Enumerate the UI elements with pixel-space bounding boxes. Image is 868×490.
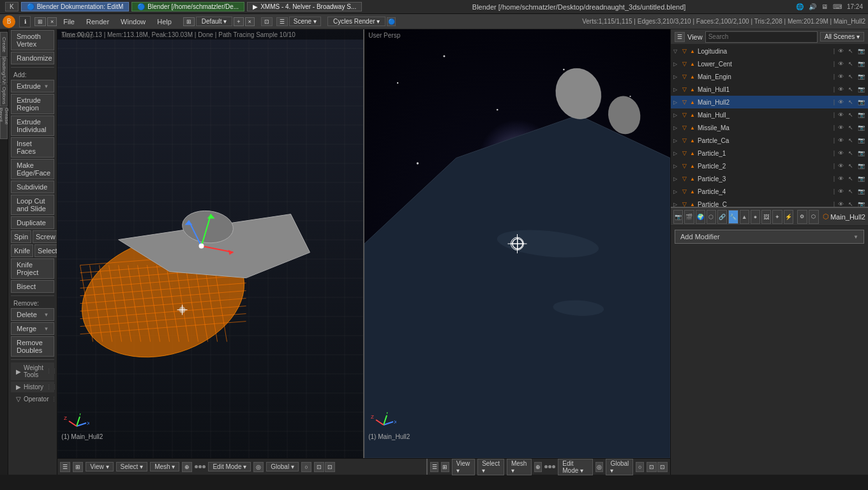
- vis-render-9[interactable]: 📷: [857, 161, 865, 170]
- view-dropdown-right[interactable]: View ▾: [452, 459, 475, 475]
- screen-layout-button[interactable]: ⊞: [183, 17, 195, 26]
- mesh-dropdown[interactable]: Mesh ▾: [150, 462, 179, 471]
- vis-eye-3[interactable]: 👁: [836, 85, 845, 94]
- prop-tab-physics[interactable]: ⚡: [784, 210, 793, 224]
- select-dropdown[interactable]: Select ▾: [116, 462, 148, 471]
- snap-type-icon-right[interactable]: ⊡: [657, 462, 668, 472]
- viewport-left-grid-icon[interactable]: ⊞: [73, 462, 83, 472]
- delete-dropdown[interactable]: Delete ▼: [11, 308, 54, 321]
- scene-icon[interactable]: ☰: [276, 17, 288, 26]
- snap-icon[interactable]: ⊡: [314, 462, 324, 472]
- engine-dropdown[interactable]: Cycles Render ▾: [327, 17, 385, 26]
- vis-cursor-9[interactable]: ↖: [846, 161, 855, 170]
- transform-manipulator-icon-right[interactable]: ⊕: [534, 462, 542, 472]
- pivot-icon[interactable]: ◎: [253, 462, 264, 472]
- snap-icon-right[interactable]: ⊡: [647, 462, 657, 472]
- extrude-dropdown[interactable]: Extrude ▼: [11, 80, 54, 93]
- outliner-row-main_hull1[interactable]: ▷ ▽ ▲ Main_Hull1 | 👁 ↖ 📷: [671, 83, 868, 96]
- prop-tab-constraints[interactable]: 🔗: [717, 210, 727, 224]
- prop-tab-material[interactable]: ●: [751, 210, 760, 224]
- outliner-row-main_hull_[interactable]: ▷ ▽ ▲ Main_Hull_ | 👁 ↖ 📷: [671, 108, 868, 121]
- vis-eye-7[interactable]: 👁: [836, 136, 845, 145]
- duplicate-btn[interactable]: Duplicate: [11, 216, 54, 229]
- vis-cursor-4[interactable]: ↖: [846, 98, 855, 107]
- vis-render-4[interactable]: 📷: [857, 98, 865, 107]
- menu-file[interactable]: File: [58, 17, 80, 27]
- viewport-left[interactable]: Time:00:07.13 | Mem:113.18M, Peak:130.03…: [57, 29, 364, 458]
- workspace-btn-1[interactable]: ⊞: [34, 17, 46, 26]
- vis-render-6[interactable]: 📷: [857, 123, 865, 132]
- vis-render-1[interactable]: 📷: [857, 59, 865, 68]
- history-header[interactable]: ▶ History ⋮⋮: [11, 382, 54, 392]
- prop-tab-object[interactable]: ⬡: [707, 210, 716, 224]
- vis-eye-2[interactable]: 👁: [836, 72, 845, 81]
- knife-project-btn[interactable]: Knife Project: [11, 258, 54, 279]
- outliner-row-particle_c[interactable]: ▷ ▽ ▲ Particle_C | 👁 ↖ 📷: [671, 198, 868, 207]
- loop-cut-slide-btn[interactable]: Loop Cut and Slide: [11, 195, 54, 215]
- vis-cursor-1[interactable]: ↖: [846, 59, 855, 68]
- vis-eye-8[interactable]: 👁: [836, 149, 845, 158]
- menu-help[interactable]: Help: [152, 17, 177, 27]
- layout-dropdown[interactable]: Default ▾: [196, 17, 232, 26]
- outliner-row-logitudina[interactable]: ▽ ▽ ▲ Logitudina | 👁 ↖ 📷: [671, 45, 868, 57]
- vis-cursor-5[interactable]: ↖: [846, 110, 855, 119]
- prop-tab-texture[interactable]: 🖼: [761, 210, 771, 224]
- inset-faces-btn[interactable]: Inset Faces: [11, 137, 54, 158]
- subdivide-btn[interactable]: Subdivide: [11, 181, 54, 193]
- proportional-icon-right[interactable]: ○: [636, 462, 644, 472]
- vis-cursor-12[interactable]: ↖: [846, 200, 855, 207]
- add-modifier-button[interactable]: Add Modifier ▼: [675, 230, 864, 244]
- scene-dropdown[interactable]: Scene ▾: [289, 17, 321, 26]
- select-btn[interactable]: Select: [34, 244, 57, 257]
- tab-grease-pencil[interactable]: Grease Pencil: [0, 107, 8, 139]
- view-dropdown[interactable]: View ▾: [86, 462, 113, 471]
- vis-eye-5[interactable]: 👁: [836, 110, 845, 119]
- vis-render-7[interactable]: 📷: [857, 136, 865, 145]
- weight-tools-header[interactable]: ▶ Weight Tools ⋮⋮: [11, 362, 54, 380]
- prop-tab-data[interactable]: ▲: [740, 210, 749, 224]
- spin-btn[interactable]: Spin: [11, 230, 31, 243]
- taskbar-blender-main[interactable]: 🔵 Blender [/home/schmatzler/De...: [131, 2, 244, 11]
- edit-mode-dropdown[interactable]: Edit Mode ▾: [208, 462, 251, 471]
- knife-btn[interactable]: Knife: [11, 244, 33, 257]
- vis-eye-10[interactable]: 👁: [836, 174, 845, 183]
- vis-cursor-6[interactable]: ↖: [846, 123, 855, 132]
- outliner-row-partcle_ca[interactable]: ▷ ▽ ▲ Partcle_Ca | 👁 ↖ 📷: [671, 134, 868, 147]
- proportional-icon[interactable]: ○: [301, 462, 311, 472]
- snap-type-icon[interactable]: ⊡: [325, 462, 335, 472]
- vis-cursor-8[interactable]: ↖: [846, 149, 855, 158]
- outliner-menu-icon[interactable]: ☰: [675, 32, 685, 42]
- outliner-row-main_hull2[interactable]: ▷ ▽ ▲ Main_Hull2 | 👁 ↖ 📷: [671, 96, 868, 108]
- vis-eye-11[interactable]: 👁: [836, 187, 845, 196]
- tab-create[interactable]: Create: [0, 32, 8, 57]
- viewport-right-menu-icon[interactable]: ☰: [430, 462, 438, 472]
- viewport-right-grid-icon[interactable]: ⊞: [441, 462, 449, 472]
- remove-doubles-btn[interactable]: Remove Doubles: [11, 336, 54, 357]
- vis-eye-6[interactable]: 👁: [836, 123, 845, 132]
- merge-dropdown[interactable]: Merge ▼: [11, 322, 54, 335]
- prop-settings-btn[interactable]: ⚙: [797, 210, 807, 224]
- make-edge-face-btn[interactable]: Make Edge/Face: [11, 159, 54, 179]
- menu-window[interactable]: Window: [116, 17, 151, 27]
- screen-del-btn[interactable]: ×: [245, 17, 255, 26]
- vis-render-2[interactable]: 📷: [857, 72, 865, 81]
- viewport-left-menu-icon[interactable]: ☰: [60, 462, 70, 472]
- operator-header[interactable]: ▽ Operator ⋮⋮: [11, 394, 54, 405]
- screen-add-btn[interactable]: +: [234, 17, 243, 26]
- vis-cursor-3[interactable]: ↖: [846, 85, 855, 94]
- workspace-btn-2[interactable]: ×: [47, 17, 57, 26]
- outliner-row-missile_ma[interactable]: ▷ ▽ ▲ Missile_Ma | 👁 ↖ 📷: [671, 121, 868, 134]
- vis-eye-1[interactable]: 👁: [836, 59, 845, 68]
- vis-render-8[interactable]: 📷: [857, 149, 865, 158]
- kde-menu-button[interactable]: K: [5, 2, 19, 11]
- prop-tab-scene[interactable]: 🎬: [684, 210, 694, 224]
- vis-cursor-11[interactable]: ↖: [846, 187, 855, 196]
- outliner-search-input[interactable]: [705, 31, 818, 43]
- outliner-row-particle_1[interactable]: ▷ ▽ ▲ Particle_1 | 👁 ↖ 📷: [671, 147, 868, 160]
- extrude-region-btn[interactable]: Extrude Region: [11, 94, 54, 114]
- vis-render-12[interactable]: 📷: [857, 200, 865, 207]
- outliner-row-particle_4[interactable]: ▷ ▽ ▲ Particle_4 | 👁 ↖ 📷: [671, 185, 868, 198]
- bisect-btn[interactable]: Bisect: [11, 280, 54, 293]
- menu-render[interactable]: Render: [81, 17, 114, 27]
- viewport-mode-icon[interactable]: ⊡: [261, 17, 273, 26]
